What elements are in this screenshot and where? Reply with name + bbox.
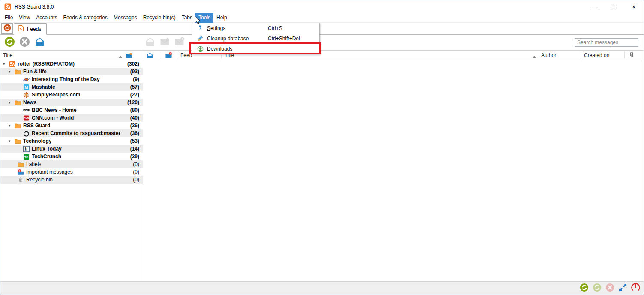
envelope-star-gray-icon [159,36,170,48]
menu-item-cleanup-database[interactable]: Cleanup databaseCtrl+Shift+Del [192,33,319,44]
feed-row-interesting-thing-of-the-day[interactable]: Interesting Thing of the Day(9) [0,75,143,83]
feed-title: TechCrunch [32,154,61,160]
menu-tools[interactable]: Tools [195,13,213,23]
menu-item-label: Downloads [207,46,268,52]
close-button[interactable]: × [624,0,644,13]
fullscreen-statusbar-button[interactable] [618,283,627,293]
message-list-area[interactable] [143,60,644,281]
feed-row-technology[interactable]: ▾Technology(53) [0,137,143,145]
menu-help[interactable]: Help [213,13,230,23]
svg-text:M: M [24,85,28,90]
cleanup-icon [197,35,204,42]
home-button[interactable] [1,23,13,34]
feed-title: Mashable [32,84,55,90]
feed-row-important-messages[interactable]: !Important messages(0) [0,168,143,176]
tools-dropdown-menu: SettingsCtrl+SCleanup databaseCtrl+Shift… [192,23,320,54]
menubar: FileViewAccountsFeeds & categoriesMessag… [0,13,644,23]
menu-accounts[interactable]: Accounts [33,13,60,23]
search-input[interactable] [575,38,638,47]
rss-icon [9,60,15,67]
feed-row-fun-life[interactable]: ▾Fun & life(93) [0,68,143,75]
svg-text:B: B [24,109,25,111]
sync-icon [593,283,602,293]
feed-unread-count: (39) [130,153,139,160]
planet-icon [23,76,30,83]
sync-statusbar-button [592,283,602,293]
message-header-created-on[interactable]: Created on [584,51,609,60]
feed-unread-count: (27) [130,91,139,99]
paperclip-icon[interactable] [628,51,635,61]
maximize-icon [612,5,616,9]
feed-row-rss-guard[interactable]: ▾RSS Guard(36) [0,122,143,129]
tab-feeds[interactable]: Feeds [14,23,47,35]
feed-unread-count: (14) [130,145,139,153]
feed-row-labels[interactable]: Labels(0) [0,160,143,168]
github-icon [23,130,30,137]
expand-arrow-icon[interactable]: ▾ [9,100,14,105]
folder-icon [14,138,21,144]
feed-list-header-title[interactable]: Title [3,51,12,60]
sync-statusbar-button[interactable] [579,283,589,293]
svg-text:TC: TC [24,155,28,158]
feed-row-recycle-bin[interactable]: Recycle bin(0) [0,176,143,184]
techcrunch-icon: TC [23,153,30,160]
feed-row-news[interactable]: ▾News(120) [0,99,143,106]
menu-item-downloads[interactable]: Downloads [192,44,319,54]
menu-feeds-categories[interactable]: Feeds & categories [60,13,111,23]
feed-unread-count: (40) [130,114,139,122]
tab-feeds-label: Feeds [27,26,41,32]
feed-title: BBC News - Home [32,107,77,113]
feed-title: SimplyRecipes.com [32,92,80,98]
feeds-doc-icon [18,25,24,33]
feed-title: Technology [23,138,51,144]
feed-title: Recent Commits to rssguard:master [32,130,120,136]
open-envelope-blue-button[interactable] [34,37,45,48]
menu-messages[interactable]: Messages [111,13,140,23]
feed-unread-count: (36) [130,129,139,137]
simplyrecipes-icon [23,91,30,98]
menu-file[interactable]: File [2,13,16,23]
feed-title: RSS Guard [23,123,50,129]
feed-title: Recycle bin [26,177,53,183]
power-statusbar-button[interactable] [631,283,640,293]
svg-text:lt: lt [24,147,27,151]
expand-arrow-icon[interactable]: ▾ [9,123,14,128]
feed-row-linux-today[interactable]: ltLinux Today(14) [0,145,143,153]
cnn-icon: CNN [23,114,30,121]
feed-row-recent-commits-to-rssguard-master[interactable]: Recent Commits to rssguard:master(36) [0,129,143,137]
minimize-button[interactable] [584,0,604,13]
feed-title: Linux Today [32,146,62,152]
feed-row-simplyrecipes-com[interactable]: SimplyRecipes.com(27) [0,91,143,99]
home-icon [3,24,11,33]
svg-text:B: B [25,109,27,111]
svg-text:!: ! [170,52,171,55]
feed-unread-count: (120) [127,99,139,106]
feed-row-mashable[interactable]: MMashable(57) [0,83,143,91]
menu-view[interactable]: View [16,13,33,23]
envelope-alert-gray-icon: ! [174,36,185,48]
expand-arrow-icon[interactable]: ▾ [9,139,14,143]
menu-tabs[interactable]: Tabs [179,13,195,23]
feed-row-bbc-news-home[interactable]: BBCBBC News - Home(80) [0,106,143,114]
expand-arrow-icon[interactable]: ▾ [3,62,9,66]
stop-button[interactable] [19,37,30,48]
message-header-feed[interactable]: Feed [180,51,192,60]
svg-text:!: ! [182,37,183,41]
message-header-author[interactable]: Author [541,51,556,60]
sync-button[interactable] [4,37,15,48]
menu-recycle-bin-s[interactable]: Recycle bin(s) [140,13,179,23]
feed-row-techcrunch[interactable]: TCTechCrunch(39) [0,153,143,160]
feed-row-rotter-rss-rdf-atom[interactable]: ▾rotter (RSS/RDF/ATOM)(302) [0,60,143,68]
bbc-icon: BBC [23,107,30,114]
folder-icon [14,122,21,129]
menu-item-settings[interactable]: SettingsCtrl+S [192,23,319,33]
folder-icon [14,99,21,106]
expand-arrow-icon[interactable]: ▾ [9,69,14,74]
feed-title: Interesting Thing of the Day [32,76,100,82]
menu-item-label: Cleanup database [207,36,268,42]
maximize-button[interactable] [604,0,624,13]
toolbar-right-group: ! [144,37,185,48]
svg-text:C: C [27,109,29,111]
feed-title: rotter (RSS/RDF/ATOM) [18,61,75,67]
feed-row-cnn-com-world[interactable]: CNNCNN.com - World(40) [0,114,143,122]
